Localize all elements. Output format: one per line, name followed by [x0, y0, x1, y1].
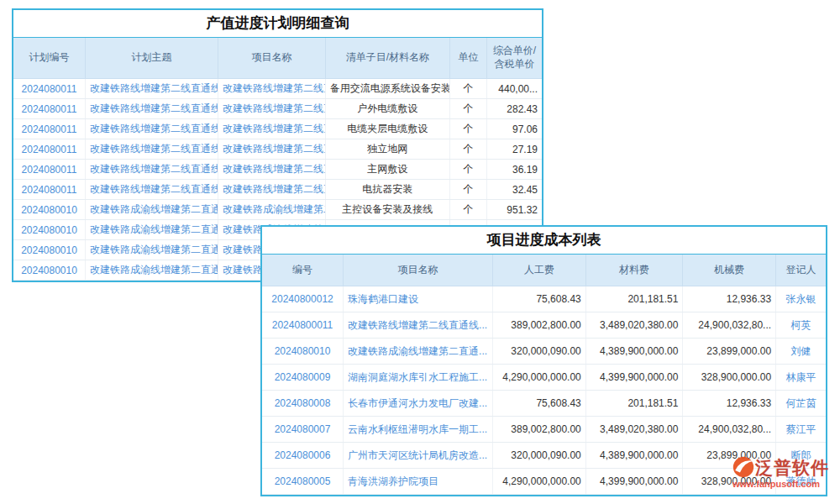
material-cost-value: 4,399,900,000.00 — [585, 365, 683, 391]
machine-cost-value: 328,900,000.00 — [683, 365, 776, 391]
plan-topic-link[interactable]: 改建铁路线增建第二线直通线 — [86, 180, 218, 200]
unit-text: 个 — [449, 99, 486, 119]
machine-cost-value: 24,900,032,80... — [683, 417, 776, 443]
plan-number-link[interactable]: 2024080010 — [13, 260, 86, 281]
unit-text: 个 — [449, 160, 486, 180]
table-row: 2024080011改建铁路线增建第二线直通线改建铁路线增建第二线直通线独立地网… — [13, 139, 542, 160]
cost-number-link[interactable]: 2024080008 — [262, 391, 344, 417]
plan-number-link[interactable]: 2024080010 — [13, 220, 86, 240]
plan-number-link[interactable]: 2024080011 — [13, 160, 86, 180]
plan-topic-link[interactable]: 改建铁路线增建第二线直通线 — [86, 139, 218, 160]
fanpu-watermark: 泛普软件 www.fanpusoft.com — [732, 456, 829, 489]
table-row: 2024080011改建铁路线增建第二线直通线改建铁路线增建第二线直通线备用交流… — [13, 79, 542, 99]
table-row: 2024080009湖南洞庭湖水库引水工程施工...4,290,000,000.… — [262, 365, 826, 391]
plan-number-link[interactable]: 2024080010 — [13, 200, 86, 220]
column-header: 材料费 — [585, 255, 683, 286]
labor-cost-value: 4,290,000,000.00 — [493, 365, 586, 391]
item-name-text: 备用交流电源系统设备安装 — [325, 79, 449, 99]
labor-cost-value: 320,000,090.00 — [493, 339, 586, 365]
plan-number-link[interactable]: 2024080011 — [13, 79, 86, 99]
item-name-text: 电缆夹层电缆敷设 — [325, 119, 449, 139]
registrar-link[interactable]: 蔡江平 — [776, 417, 826, 443]
column-header: 人工费 — [493, 255, 586, 286]
plan-topic-link[interactable]: 改建铁路线增建第二线直通线 — [86, 99, 218, 119]
labor-cost-value: 320,000,090.00 — [493, 443, 586, 469]
unit-text: 个 — [449, 79, 486, 99]
plan-topic-link[interactable]: 改建铁路线增建第二线直通线 — [86, 119, 218, 139]
cost-number-link[interactable]: 2024080010 — [262, 339, 344, 365]
table-row: 20240800011改建铁路线增建第二线直通线...389,002,800.0… — [262, 312, 826, 339]
project-name-link[interactable]: 珠海鹤港口建设 — [344, 286, 493, 312]
material-cost-value: 3,489,020,380.00 — [585, 312, 683, 339]
panel-title-cost-list: 项目进度成本列表 — [262, 227, 826, 255]
plan-number-link[interactable]: 2024080011 — [13, 180, 86, 200]
header-row: 计划编号计划主题项目名称清单子目/材料名称单位综合单价/含税单价 — [13, 38, 542, 79]
cost-number-link[interactable]: 20240800012 — [262, 286, 344, 312]
unit-text: 个 — [449, 119, 486, 139]
header-row: 编号项目名称人工费材料费机械费登记人 — [262, 255, 826, 286]
column-header: 单位 — [449, 38, 486, 79]
material-cost-value: 4,399,900,000.00 — [585, 469, 683, 495]
fanpu-logo-url: www.fanpusoft.com — [732, 479, 829, 489]
table-row: 2024080011改建铁路线增建第二线直通线改建铁路线增建第二线直通线电缆夹层… — [13, 119, 542, 139]
price-value: 97.06 — [487, 119, 542, 139]
column-header: 清单子目/材料名称 — [325, 38, 449, 79]
cost-number-link[interactable]: 2024080006 — [262, 443, 344, 469]
cost-number-link[interactable]: 2024080005 — [262, 469, 344, 495]
project-name-link[interactable]: 湖南洞庭湖水库引水工程施工... — [344, 365, 493, 391]
plan-topic-link[interactable]: 改建铁路线增建第二线直通线 — [86, 79, 218, 99]
column-header: 编号 — [262, 255, 344, 286]
registrar-link[interactable]: 张永银 — [776, 286, 826, 312]
plan-topic-link[interactable]: 改建铁路成渝线增建第二直通 — [86, 200, 218, 220]
cost-number-link[interactable]: 2024080009 — [262, 365, 344, 391]
price-value: 282.43 — [487, 99, 542, 119]
labor-cost-value: 4,290,000,000.00 — [493, 469, 586, 495]
plan-number-link[interactable]: 2024080011 — [13, 119, 86, 139]
project-name-link[interactable]: 改建铁路线增建第二线直通线 — [218, 99, 326, 119]
project-name-link[interactable]: 改建铁路线增建第二线直通线 — [218, 119, 326, 139]
material-cost-value: 201,181.51 — [585, 391, 683, 417]
labor-cost-value: 75,608.43 — [493, 391, 586, 417]
plan-topic-link[interactable]: 改建铁路成渝线增建第二直通 — [86, 260, 218, 281]
column-header: 机械费 — [683, 255, 776, 286]
cost-number-link[interactable]: 20240800011 — [262, 312, 344, 339]
labor-cost-value: 389,002,800.00 — [493, 417, 586, 443]
registrar-link[interactable]: 柯英 — [776, 312, 826, 339]
project-name-link[interactable]: 改建铁路成渝线增建第二直通 — [218, 200, 326, 220]
material-cost-value: 201,181.51 — [585, 286, 683, 312]
plan-number-link[interactable]: 2024080010 — [13, 240, 86, 260]
plan-topic-link[interactable]: 改建铁路成渝线增建第二直通 — [86, 220, 218, 240]
registrar-link[interactable]: 何芷茵 — [776, 391, 826, 417]
plan-number-link[interactable]: 2024080011 — [13, 139, 86, 160]
project-name-link[interactable]: 改建铁路线增建第二线直通线 — [218, 160, 326, 180]
project-name-link[interactable]: 改建铁路线增建第二线直通线 — [218, 79, 326, 99]
project-name-link[interactable]: 广州市天河区统计局机房改造... — [344, 443, 493, 469]
machine-cost-value: 12,936.33 — [683, 391, 776, 417]
item-name-text: 户外电缆敷设 — [325, 99, 449, 119]
fanpu-logo-text: 泛普软件 — [755, 459, 829, 476]
table-row: 2024080011改建铁路线增建第二线直通线改建铁路线增建第二线直通线主网敷设… — [13, 160, 542, 180]
column-header: 计划编号 — [13, 38, 86, 79]
plan-topic-link[interactable]: 改建铁路成渝线增建第二直通 — [86, 240, 218, 260]
column-header: 登记人 — [776, 255, 826, 286]
plan-topic-link[interactable]: 改建铁路线增建第二线直通线 — [86, 160, 218, 180]
project-name-link[interactable]: 改建铁路线增建第二线直通线 — [218, 139, 326, 160]
plan-number-link[interactable]: 2024080011 — [13, 99, 86, 119]
project-name-link[interactable]: 青海洪湖养护院项目 — [344, 469, 493, 495]
project-name-link[interactable]: 改建铁路线增建第二线直通线... — [344, 312, 493, 339]
table-row: 2024080007云南水利枢纽潜明水库一期工...389,002,800.00… — [262, 417, 826, 443]
price-value: 27.19 — [487, 139, 542, 160]
project-name-link[interactable]: 长春市伊通河水力发电厂改建... — [344, 391, 493, 417]
column-header: 综合单价/含税单价 — [487, 38, 542, 79]
cost-number-link[interactable]: 2024080007 — [262, 417, 344, 443]
registrar-link[interactable]: 刘健 — [776, 339, 826, 365]
price-value: 951.32 — [487, 200, 542, 220]
project-name-link[interactable]: 云南水利枢纽潜明水库一期工... — [344, 417, 493, 443]
registrar-link[interactable]: 林康平 — [776, 365, 826, 391]
table-row: 20240800012珠海鹤港口建设75,608.43201,181.5112,… — [262, 286, 826, 312]
project-name-link[interactable]: 改建铁路成渝线增建第二直通... — [344, 339, 493, 365]
item-name-text: 主控设备安装及接线 — [325, 200, 449, 220]
unit-text: 个 — [449, 139, 486, 160]
project-name-link[interactable]: 改建铁路线增建第二线直通线 — [218, 180, 326, 200]
fanpu-logo-icon — [732, 456, 754, 478]
